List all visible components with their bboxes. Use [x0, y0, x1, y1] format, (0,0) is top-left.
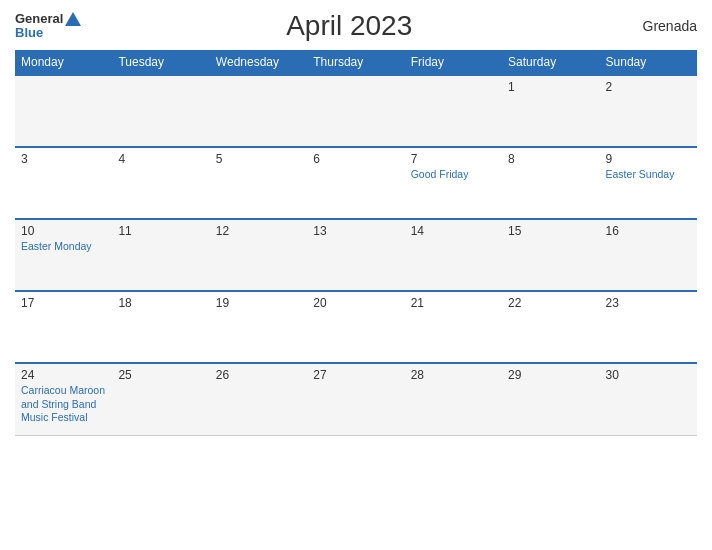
day-cell: 29	[502, 363, 599, 435]
day-cell	[15, 75, 112, 147]
week-row-3: 10Easter Monday111213141516	[15, 219, 697, 291]
day-number: 26	[216, 368, 301, 382]
col-friday: Friday	[405, 50, 502, 75]
week-row-2: 34567Good Friday89Easter Sunday	[15, 147, 697, 219]
day-cell: 24Carriacou Maroon and String Band Music…	[15, 363, 112, 435]
day-number: 22	[508, 296, 593, 310]
day-number: 11	[118, 224, 203, 238]
day-cell: 3	[15, 147, 112, 219]
day-cell: 14	[405, 219, 502, 291]
logo-triangle-icon	[65, 12, 81, 26]
day-number: 27	[313, 368, 398, 382]
day-cell: 9Easter Sunday	[600, 147, 697, 219]
day-cell: 20	[307, 291, 404, 363]
day-number: 30	[606, 368, 691, 382]
col-wednesday: Wednesday	[210, 50, 307, 75]
day-cell: 11	[112, 219, 209, 291]
day-number: 20	[313, 296, 398, 310]
day-number: 23	[606, 296, 691, 310]
day-number: 12	[216, 224, 301, 238]
day-event: Good Friday	[411, 168, 496, 182]
day-cell: 2	[600, 75, 697, 147]
weekday-row: Monday Tuesday Wednesday Thursday Friday…	[15, 50, 697, 75]
day-event: Carriacou Maroon and String Band Music F…	[21, 384, 106, 425]
calendar-page: General Blue April 2023 Grenada Monday T…	[0, 0, 712, 550]
day-cell: 4	[112, 147, 209, 219]
day-number: 15	[508, 224, 593, 238]
day-cell: 23	[600, 291, 697, 363]
day-number: 29	[508, 368, 593, 382]
logo-general-text: General	[15, 12, 63, 26]
calendar-title: April 2023	[81, 10, 617, 42]
day-number: 14	[411, 224, 496, 238]
day-cell: 1	[502, 75, 599, 147]
day-cell	[210, 75, 307, 147]
day-cell: 19	[210, 291, 307, 363]
day-number: 9	[606, 152, 691, 166]
day-cell: 8	[502, 147, 599, 219]
day-number: 4	[118, 152, 203, 166]
day-number: 19	[216, 296, 301, 310]
day-cell: 12	[210, 219, 307, 291]
day-number: 18	[118, 296, 203, 310]
day-number: 5	[216, 152, 301, 166]
day-number: 8	[508, 152, 593, 166]
calendar-table: Monday Tuesday Wednesday Thursday Friday…	[15, 50, 697, 436]
day-event: Easter Monday	[21, 240, 106, 254]
day-number: 28	[411, 368, 496, 382]
day-cell: 21	[405, 291, 502, 363]
logo-blue-text: Blue	[15, 26, 43, 40]
day-cell: 26	[210, 363, 307, 435]
col-saturday: Saturday	[502, 50, 599, 75]
day-cell: 13	[307, 219, 404, 291]
day-number: 24	[21, 368, 106, 382]
day-number: 1	[508, 80, 593, 94]
col-thursday: Thursday	[307, 50, 404, 75]
header: General Blue April 2023 Grenada	[15, 10, 697, 42]
day-number: 21	[411, 296, 496, 310]
week-row-1: 12	[15, 75, 697, 147]
day-cell: 6	[307, 147, 404, 219]
day-cell	[405, 75, 502, 147]
day-cell: 30	[600, 363, 697, 435]
day-cell: 28	[405, 363, 502, 435]
day-cell: 22	[502, 291, 599, 363]
calendar-body: 1234567Good Friday89Easter Sunday10Easte…	[15, 75, 697, 435]
week-row-4: 17181920212223	[15, 291, 697, 363]
day-number: 25	[118, 368, 203, 382]
logo: General Blue	[15, 12, 81, 41]
calendar-header: Monday Tuesday Wednesday Thursday Friday…	[15, 50, 697, 75]
col-tuesday: Tuesday	[112, 50, 209, 75]
day-cell: 7Good Friday	[405, 147, 502, 219]
day-event: Easter Sunday	[606, 168, 691, 182]
col-sunday: Sunday	[600, 50, 697, 75]
day-number: 6	[313, 152, 398, 166]
day-cell: 25	[112, 363, 209, 435]
day-number: 16	[606, 224, 691, 238]
day-cell: 18	[112, 291, 209, 363]
day-cell: 16	[600, 219, 697, 291]
col-monday: Monday	[15, 50, 112, 75]
day-cell: 5	[210, 147, 307, 219]
day-cell	[307, 75, 404, 147]
country-label: Grenada	[617, 18, 697, 34]
day-number: 3	[21, 152, 106, 166]
day-cell: 17	[15, 291, 112, 363]
day-number: 7	[411, 152, 496, 166]
day-number: 17	[21, 296, 106, 310]
day-cell: 27	[307, 363, 404, 435]
day-cell	[112, 75, 209, 147]
day-number: 13	[313, 224, 398, 238]
week-row-5: 24Carriacou Maroon and String Band Music…	[15, 363, 697, 435]
day-number: 10	[21, 224, 106, 238]
day-cell: 10Easter Monday	[15, 219, 112, 291]
day-cell: 15	[502, 219, 599, 291]
day-number: 2	[606, 80, 691, 94]
